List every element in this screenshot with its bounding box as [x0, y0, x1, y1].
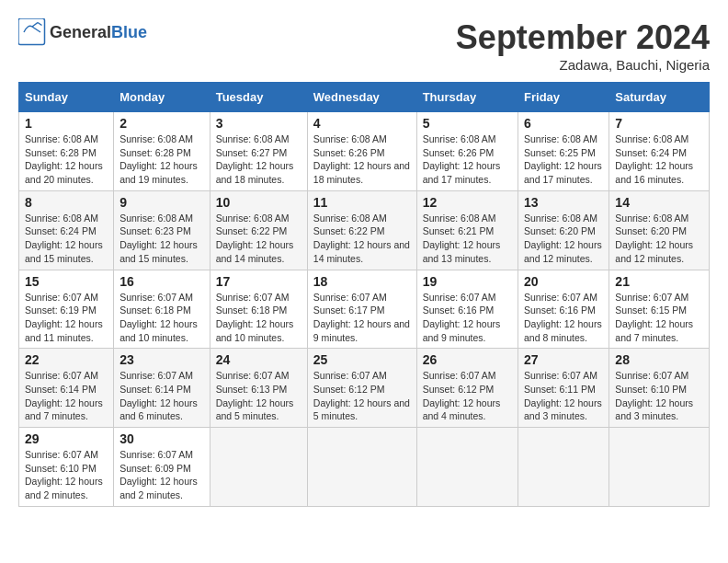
calendar-cell: 28 Sunrise: 6:07 AM Sunset: 6:10 PM Dayl… — [609, 349, 710, 428]
day-number: 1 — [25, 116, 108, 131]
day-info: Sunrise: 6:07 AM Sunset: 6:13 PM Dayligh… — [216, 369, 301, 423]
col-monday: Monday — [114, 83, 210, 112]
month-title: September 2024 — [456, 18, 710, 57]
day-info: Sunrise: 6:08 AM Sunset: 6:20 PM Dayligh… — [615, 212, 703, 266]
logo: GeneralBlue — [18, 18, 147, 46]
calendar-cell — [518, 428, 609, 507]
day-info: Sunrise: 6:08 AM Sunset: 6:24 PM Dayligh… — [615, 132, 703, 187]
day-number: 7 — [615, 116, 703, 131]
day-number: 15 — [25, 274, 108, 289]
calendar-cell: 20 Sunrise: 6:07 AM Sunset: 6:16 PM Dayl… — [518, 270, 609, 349]
day-number: 18 — [313, 274, 411, 289]
day-info: Sunrise: 6:08 AM Sunset: 6:22 PM Dayligh… — [216, 212, 301, 266]
calendar-cell: 15 Sunrise: 6:07 AM Sunset: 6:19 PM Dayl… — [19, 270, 114, 349]
calendar-cell: 26 Sunrise: 6:07 AM Sunset: 6:12 PM Dayl… — [416, 349, 518, 428]
day-info: Sunrise: 6:08 AM Sunset: 6:20 PM Dayligh… — [524, 212, 603, 266]
calendar-cell: 2 Sunrise: 6:08 AM Sunset: 6:28 PM Dayli… — [114, 112, 210, 191]
calendar-week-row: 29 Sunrise: 6:07 AM Sunset: 6:10 PM Dayl… — [19, 428, 710, 507]
calendar-week-row: 8 Sunrise: 6:08 AM Sunset: 6:24 PM Dayli… — [19, 190, 710, 270]
col-wednesday: Wednesday — [307, 83, 416, 112]
calendar-cell: 12 Sunrise: 6:08 AM Sunset: 6:21 PM Dayl… — [416, 190, 518, 270]
logo-general: General — [50, 23, 111, 41]
calendar-cell: 25 Sunrise: 6:07 AM Sunset: 6:12 PM Dayl… — [307, 349, 416, 428]
day-number: 9 — [119, 195, 204, 210]
day-info: Sunrise: 6:08 AM Sunset: 6:28 PM Dayligh… — [119, 132, 204, 187]
day-info: Sunrise: 6:07 AM Sunset: 6:14 PM Dayligh… — [25, 369, 108, 423]
day-number: 19 — [423, 274, 512, 289]
calendar-cell: 13 Sunrise: 6:08 AM Sunset: 6:20 PM Dayl… — [518, 190, 609, 270]
day-info: Sunrise: 6:07 AM Sunset: 6:18 PM Dayligh… — [216, 291, 301, 345]
col-friday: Friday — [518, 83, 609, 112]
calendar-cell — [210, 428, 307, 507]
day-number: 11 — [313, 195, 411, 210]
day-number: 28 — [615, 352, 703, 367]
calendar-cell: 30 Sunrise: 6:07 AM Sunset: 6:09 PM Dayl… — [114, 428, 210, 507]
day-number: 24 — [216, 352, 301, 367]
day-info: Sunrise: 6:07 AM Sunset: 6:14 PM Dayligh… — [119, 369, 204, 423]
day-info: Sunrise: 6:07 AM Sunset: 6:19 PM Dayligh… — [25, 291, 108, 345]
day-info: Sunrise: 6:08 AM Sunset: 6:28 PM Dayligh… — [25, 132, 108, 187]
day-info: Sunrise: 6:07 AM Sunset: 6:18 PM Dayligh… — [119, 291, 204, 345]
day-number: 10 — [216, 195, 301, 210]
calendar-cell: 5 Sunrise: 6:08 AM Sunset: 6:26 PM Dayli… — [416, 112, 518, 191]
day-number: 13 — [524, 195, 603, 210]
calendar-cell: 7 Sunrise: 6:08 AM Sunset: 6:24 PM Dayli… — [609, 112, 710, 191]
day-number: 5 — [423, 116, 512, 131]
day-info: Sunrise: 6:07 AM Sunset: 6:10 PM Dayligh… — [25, 448, 108, 502]
day-info: Sunrise: 6:07 AM Sunset: 6:12 PM Dayligh… — [313, 369, 411, 423]
logo-icon — [18, 18, 46, 46]
day-number: 30 — [119, 431, 204, 446]
day-number: 27 — [524, 352, 603, 367]
calendar-cell: 19 Sunrise: 6:07 AM Sunset: 6:16 PM Dayl… — [416, 270, 518, 349]
day-info: Sunrise: 6:07 AM Sunset: 6:12 PM Dayligh… — [423, 369, 512, 423]
day-number: 17 — [216, 274, 301, 289]
day-info: Sunrise: 6:08 AM Sunset: 6:25 PM Dayligh… — [524, 132, 603, 187]
calendar-cell: 17 Sunrise: 6:07 AM Sunset: 6:18 PM Dayl… — [210, 270, 307, 349]
day-number: 20 — [524, 274, 603, 289]
calendar-cell — [307, 428, 416, 507]
day-number: 26 — [423, 352, 512, 367]
calendar-week-row: 15 Sunrise: 6:07 AM Sunset: 6:19 PM Dayl… — [19, 270, 710, 349]
day-info: Sunrise: 6:07 AM Sunset: 6:16 PM Dayligh… — [524, 291, 603, 345]
calendar-cell: 18 Sunrise: 6:07 AM Sunset: 6:17 PM Dayl… — [307, 270, 416, 349]
day-number: 16 — [119, 274, 204, 289]
day-info: Sunrise: 6:08 AM Sunset: 6:22 PM Dayligh… — [313, 212, 411, 266]
calendar-cell: 22 Sunrise: 6:07 AM Sunset: 6:14 PM Dayl… — [19, 349, 114, 428]
calendar-cell — [416, 428, 518, 507]
calendar-cell: 11 Sunrise: 6:08 AM Sunset: 6:22 PM Dayl… — [307, 190, 416, 270]
calendar-cell: 4 Sunrise: 6:08 AM Sunset: 6:26 PM Dayli… — [307, 112, 416, 191]
col-tuesday: Tuesday — [210, 83, 307, 112]
day-info: Sunrise: 6:08 AM Sunset: 6:23 PM Dayligh… — [119, 212, 204, 266]
calendar-cell: 14 Sunrise: 6:08 AM Sunset: 6:20 PM Dayl… — [609, 190, 710, 270]
day-number: 23 — [119, 352, 204, 367]
calendar-cell: 24 Sunrise: 6:07 AM Sunset: 6:13 PM Dayl… — [210, 349, 307, 428]
calendar-cell: 27 Sunrise: 6:07 AM Sunset: 6:11 PM Dayl… — [518, 349, 609, 428]
day-info: Sunrise: 6:08 AM Sunset: 6:27 PM Dayligh… — [216, 132, 301, 187]
calendar-cell: 8 Sunrise: 6:08 AM Sunset: 6:24 PM Dayli… — [19, 190, 114, 270]
day-info: Sunrise: 6:08 AM Sunset: 6:24 PM Dayligh… — [25, 212, 108, 266]
location-subtitle: Zadawa, Bauchi, Nigeria — [456, 57, 710, 73]
calendar-cell: 3 Sunrise: 6:08 AM Sunset: 6:27 PM Dayli… — [210, 112, 307, 191]
day-info: Sunrise: 6:07 AM Sunset: 6:10 PM Dayligh… — [615, 369, 703, 423]
page-header: GeneralBlue September 2024 Zadawa, Bauch… — [18, 18, 710, 73]
day-info: Sunrise: 6:08 AM Sunset: 6:21 PM Dayligh… — [423, 212, 512, 266]
col-thursday: Thursday — [416, 83, 518, 112]
header-row: Sunday Monday Tuesday Wednesday Thursday… — [19, 83, 710, 112]
day-info: Sunrise: 6:07 AM Sunset: 6:16 PM Dayligh… — [423, 291, 512, 345]
day-number: 29 — [25, 431, 108, 446]
calendar-cell: 23 Sunrise: 6:07 AM Sunset: 6:14 PM Dayl… — [114, 349, 210, 428]
logo-blue: Blue — [111, 23, 147, 41]
day-info: Sunrise: 6:07 AM Sunset: 6:09 PM Dayligh… — [119, 448, 204, 502]
calendar-cell: 9 Sunrise: 6:08 AM Sunset: 6:23 PM Dayli… — [114, 190, 210, 270]
day-number: 6 — [524, 116, 603, 131]
calendar-week-row: 22 Sunrise: 6:07 AM Sunset: 6:14 PM Dayl… — [19, 349, 710, 428]
calendar-cell: 29 Sunrise: 6:07 AM Sunset: 6:10 PM Dayl… — [19, 428, 114, 507]
day-info: Sunrise: 6:08 AM Sunset: 6:26 PM Dayligh… — [423, 132, 512, 187]
calendar-week-row: 1 Sunrise: 6:08 AM Sunset: 6:28 PM Dayli… — [19, 112, 710, 191]
day-number: 14 — [615, 195, 703, 210]
col-sunday: Sunday — [19, 83, 114, 112]
title-area: September 2024 Zadawa, Bauchi, Nigeria — [456, 18, 710, 73]
day-number: 21 — [615, 274, 703, 289]
calendar-cell: 1 Sunrise: 6:08 AM Sunset: 6:28 PM Dayli… — [19, 112, 114, 191]
calendar-cell: 6 Sunrise: 6:08 AM Sunset: 6:25 PM Dayli… — [518, 112, 609, 191]
